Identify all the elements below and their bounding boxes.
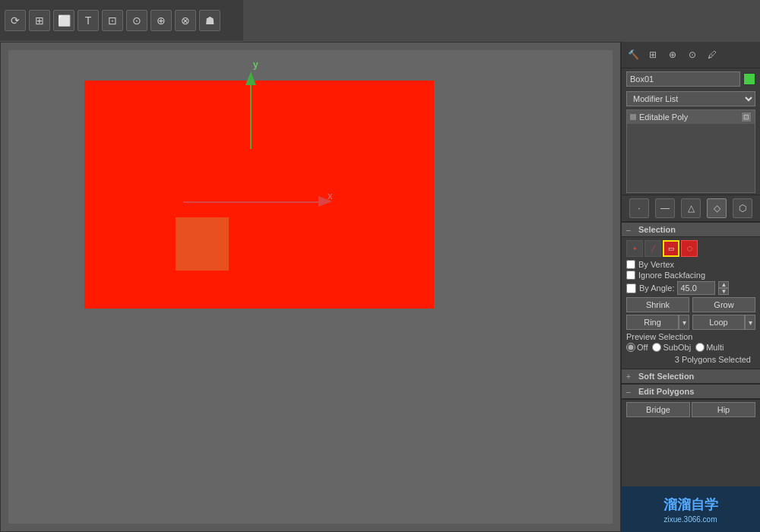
ignore-backfacing-checkbox[interactable] [626,271,635,280]
panel-icon-motion[interactable]: ⊙ [684,46,701,63]
panel-icon-grid[interactable]: ⊞ [644,46,661,63]
ring-button[interactable]: Ring [626,315,679,330]
toolbar-icon-7[interactable]: ⊗ [175,10,196,31]
by-angle-row: By Angle: ▲ ▼ [626,281,755,295]
sel-type-polygon[interactable]: ▭ [663,240,679,257]
selection-content: ✦ ╱ ▭ ⬡ By Vertex Ignore Back [622,237,760,369]
sel-type-element[interactable]: ⬡ [681,240,698,257]
by-vertex-label: By Vertex [638,260,674,269]
y-axis-label: y [253,59,258,70]
ignore-backfacing-label: Ignore Backfacing [638,271,705,280]
loop-spinner[interactable]: ▾ [745,315,755,330]
toolbar-icon-6[interactable]: ⊕ [150,10,172,31]
preview-selection-label: Preview Selection [626,332,755,341]
loop-group: Loop ▾ [692,315,755,330]
panel-icon-hammer[interactable]: 🔨 [625,46,641,63]
selection-section-title: Selection [638,225,676,234]
sel-type-row: ✦ ╱ ▭ ⬡ [626,240,755,257]
subobj-polygon[interactable]: ◇ [707,198,727,218]
ring-group: Ring ▾ [626,315,689,330]
viewport-inner: y x [8,50,613,524]
sel-type-vertex[interactable]: ✦ [626,240,643,257]
object-color-swatch[interactable] [743,73,755,85]
x-axis-label: x [328,191,333,201]
edit-polygons-header[interactable]: – Edit Polygons [622,384,760,399]
toolbar-icon-3[interactable]: T [78,10,99,31]
selection-toggle-icon: – [626,226,635,234]
modifier-stack[interactable]: Editable Poly ⊡ [626,109,755,193]
by-angle-label: By Angle: [639,283,674,293]
soft-selection-header[interactable]: + Soft Selection [622,369,760,384]
hip-button[interactable]: Hip [692,402,755,417]
subobj-border[interactable]: △ [681,198,701,218]
modifier-options-icon[interactable]: ⊡ [741,112,752,122]
angle-spin-down[interactable]: ▼ [718,288,729,295]
by-vertex-row: By Vertex [626,260,755,269]
ignore-backfacing-row: Ignore Backfacing [626,271,755,280]
selection-status: 3 Polygons Selected [626,353,755,366]
bridge-button[interactable]: Bridge [626,402,690,417]
preview-radio-row: Off SubObj Multi [626,343,755,352]
angle-spinner[interactable]: ▲ ▼ [718,281,729,295]
by-vertex-checkbox[interactable] [626,260,635,269]
main-layout: y x 🔨 ⊞ ⊕ ⊙ 🖊 Modifier List [0,42,760,532]
preview-subobj-label: SubObj [663,343,691,352]
top-toolbar: ⟳ ⊞ ⬜ T ⊡ ⊙ ⊕ ⊗ ☗ [0,0,243,42]
watermark-logo: 溜溜自学 [663,496,718,514]
subobj-vertex[interactable]: · [629,198,649,218]
toolbar-icon-4[interactable]: ⊡ [102,10,123,31]
right-panel: 🔨 ⊞ ⊕ ⊙ 🖊 Modifier List Editable Poly ⊡ [621,42,760,532]
by-angle-checkbox[interactable] [626,283,636,293]
selection-section-header[interactable]: – Selection [622,222,760,237]
panel-icon-hierarchy[interactable]: ⊕ [664,46,681,63]
by-angle-input[interactable] [677,281,715,295]
subobj-icons-row: · — △ ◇ ⬡ [622,195,760,222]
preview-subobj-radio[interactable] [652,343,661,352]
modifier-item-editable-poly[interactable]: Editable Poly ⊡ [627,110,755,124]
preview-off-radio[interactable] [626,343,635,352]
bottom-buttons-row: Bridge Hip [622,399,760,420]
soft-sel-toggle-icon: + [626,372,635,381]
edit-poly-toggle-icon: – [626,388,635,396]
object-name-row [622,68,760,90]
edit-polygons-title: Edit Polygons [638,387,694,396]
toolbar-icon-0[interactable]: ⟳ [5,10,26,31]
preview-off-item: Off [626,343,648,352]
preview-multi-item: Multi [695,343,724,352]
panel-icon-utilities[interactable]: 🖊 [704,46,720,63]
panel-icons-row: 🔨 ⊞ ⊕ ⊙ 🖊 [622,42,760,68]
y-axis-arrow [245,71,256,85]
modifier-bullet [630,114,636,120]
viewport[interactable]: y x [0,42,621,532]
toolbar-icon-1[interactable]: ⊞ [29,10,50,31]
toolbar-icon-2[interactable]: ⬜ [53,10,74,31]
loop-button[interactable]: Loop [692,315,745,330]
modifier-list-row: Modifier List [622,90,760,108]
modifier-name: Editable Poly [639,112,738,122]
subobj-element[interactable]: ⬡ [733,198,752,218]
ring-spinner[interactable]: ▾ [679,315,689,330]
watermark-url: zixue.3066.com [663,515,717,524]
soft-selection-title: Soft Selection [638,372,694,381]
grow-button[interactable]: Grow [692,297,755,312]
object-name-input[interactable] [626,71,740,87]
watermark: 溜溜自学 zixue.3066.com [621,486,760,532]
red-polygon[interactable] [84,81,434,309]
toolbar-icon-5[interactable]: ⊙ [126,10,147,31]
preview-off-label: Off [637,343,648,352]
angle-spin-up[interactable]: ▲ [718,281,729,288]
preview-selection-row: Preview Selection Off SubObj Multi [626,332,755,352]
ring-loop-row: Ring ▾ Loop ▾ [626,315,755,330]
shrink-grow-row: Shrink Grow [626,297,755,312]
modifier-list-dropdown[interactable]: Modifier List [626,91,755,106]
preview-subobj-item: SubObj [652,343,691,352]
subobj-edge[interactable]: — [655,198,675,218]
shrink-button[interactable]: Shrink [626,297,689,312]
selected-polygon[interactable] [176,217,229,271]
preview-multi-label: Multi [706,343,724,352]
preview-multi-radio[interactable] [695,343,705,352]
x-axis [183,201,320,203]
sel-type-edge[interactable]: ╱ [644,240,661,257]
toolbar-icon-8[interactable]: ☗ [199,10,220,31]
